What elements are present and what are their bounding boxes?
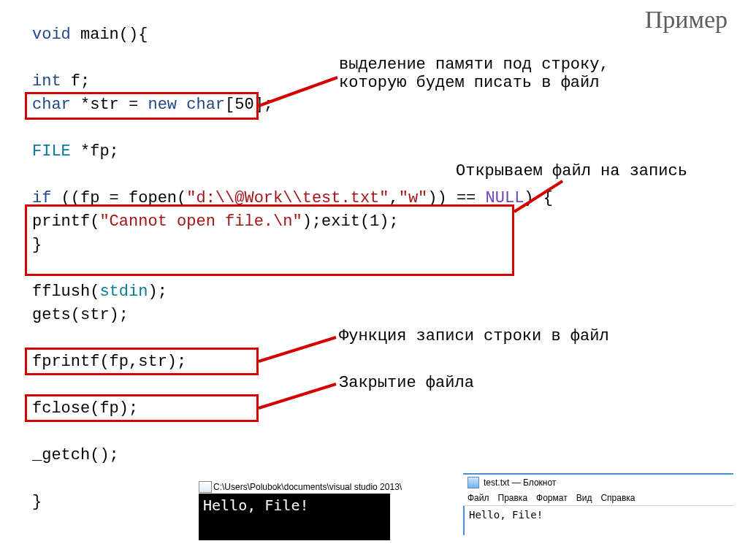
notepad-window: test.txt — Блокнот Файл Правка Формат Ви… [463, 473, 733, 535]
menu-file[interactable]: Файл [468, 493, 489, 503]
annotation-open: Открываем файл на запись [456, 162, 687, 180]
menu-edit[interactable]: Правка [498, 493, 528, 503]
highlight-box-fopen [25, 204, 514, 276]
slide-title: Пример [645, 6, 728, 34]
code-text: } [32, 493, 42, 511]
code-text: fflush( [32, 283, 99, 301]
kw-file: FILE [32, 142, 71, 161]
console-window: Hello, File! [199, 494, 390, 540]
notepad-menu: Файл Правка Формат Вид Справка [463, 491, 733, 506]
kw-int: int [32, 72, 61, 91]
code-text: _getch(); [32, 446, 119, 464]
console-title: C:\Users\Polubok\documents\visual studio… [213, 482, 402, 492]
highlight-box-fprintf [25, 348, 259, 375]
menu-view[interactable]: Вид [576, 493, 592, 503]
menu-format[interactable]: Формат [536, 493, 568, 503]
annotation-memory: выделение памяти под строку, которую буд… [339, 55, 609, 92]
notepad-title-text: test.txt — Блокнот [484, 477, 556, 488]
code-text: ) { [524, 189, 553, 207]
highlight-box-fclose [25, 394, 259, 422]
console-text: Hello, File! [203, 496, 309, 514]
annotation-write: Функция записи строки в файл [339, 327, 609, 345]
console-icon [199, 481, 212, 493]
menu-help[interactable]: Справка [600, 493, 635, 503]
code-text: f; [61, 72, 91, 91]
kw-void: void [32, 26, 71, 44]
highlight-box-alloc [25, 92, 259, 120]
code-text: main(){ [71, 26, 148, 44]
code-text: *fp; [71, 142, 119, 161]
kw-stdin: stdin [99, 283, 148, 301]
code-text: ); [148, 283, 167, 301]
annotation-close: Закрытие файла [339, 374, 474, 392]
notepad-content[interactable]: Hello, File! [463, 506, 733, 535]
notepad-titlebar: test.txt — Блокнот [463, 475, 733, 491]
notepad-icon [468, 477, 479, 488]
code-text: gets(str); [32, 306, 129, 324]
